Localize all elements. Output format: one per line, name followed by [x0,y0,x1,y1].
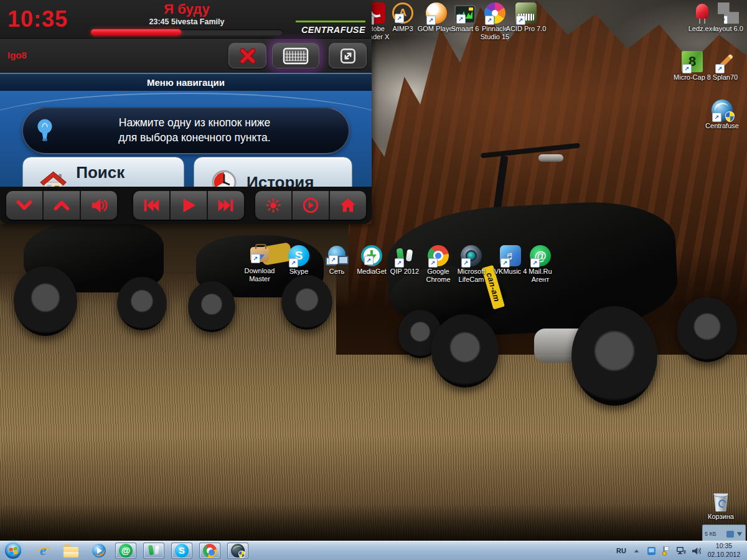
shortcut-arrow-icon: ↗ [456,14,466,24]
arrow-down-icon [736,531,743,538]
network-places-icon: ↗ [328,246,345,263]
desktop-icon-lifecam[interactable]: ↗ Microsoft LifeCam [451,245,492,284]
recycle-bin-icon [712,492,730,511]
play-button[interactable] [169,191,207,220]
network-icon [676,546,686,556]
desktop-icon-acid-pro[interactable]: ↗ ACID Pro 7.0 [505,2,547,33]
nav-menu-title: Меню навигации [0,74,372,91]
atv-wheel [431,314,499,388]
desktop-icon-layout[interactable]: ↗ layout 6.0 [708,2,747,33]
brightness-button[interactable] [255,191,291,220]
home-button[interactable] [329,191,366,220]
embedded-app-titlebar: Igo8 [0,39,372,73]
splan-icon: ↗ [715,51,736,72]
shortcut-arrow-icon: ↗ [516,16,525,25]
logo-green-line [296,21,365,22]
internet-explorer-icon: e [36,544,50,558]
taskbar: e @ S RU [0,541,747,560]
chevron-up-icon [53,197,70,214]
folder-icon [63,547,78,558]
volume-button[interactable] [80,191,117,220]
atv-wheel [281,275,332,330]
mailru-agent-icon: @↗ [530,245,551,266]
shortcut-arrow-icon: ↗ [500,258,510,268]
vkmusic-icon: ♬↗ [500,245,521,266]
skip-back-button[interactable] [133,191,169,220]
start-button[interactable] [5,543,21,559]
track-progress-bar[interactable] [91,29,283,35]
taskbar-skype[interactable]: S [171,543,192,559]
skip-forward-button[interactable] [207,191,244,220]
media-group-volume [6,191,117,220]
system-tray: RU [616,541,747,560]
shortcut-arrow-icon: ↗ [426,16,436,25]
centrafuse-logo: CENTRAFUSE [296,21,365,35]
clock-display: 10:35 [7,6,68,32]
chevron-up-icon [633,548,640,554]
taskbar-centrafuse[interactable] [227,543,248,559]
shortcut-arrow-icon: ↗ [251,254,260,263]
smaart-icon: ↗ [454,5,476,24]
desktop-screen: can-am ↗ Adobe Reader X A↗ AIMP3 ↗ GOM P… [0,0,747,560]
expand-icon [339,47,357,65]
desktop-icon-recycle-bin[interactable]: Корзина [700,490,741,521]
taskbar-qip[interactable] [143,543,164,559]
home-icon [339,197,357,214]
chrome-icon [203,544,217,558]
shortcut-arrow-icon: ↗ [428,258,438,268]
keyboard-button[interactable] [272,43,319,68]
history-clock-icon [210,169,238,187]
windows-flag-icon [9,546,17,554]
record-play-circle-icon [301,196,320,215]
volume-tray-icon[interactable] [691,546,701,556]
shortcut-arrow-icon: ↗ [682,64,692,73]
nav-tip-box: Нажмите одну из кнопок ниже для выбора к… [22,107,350,154]
record-button[interactable] [291,191,329,220]
desktop-icon-mailru-agent[interactable]: @↗ Mail.Ru Агент [520,245,561,284]
mailru-agent-icon: @ [119,544,133,558]
language-indicator[interactable]: RU [616,547,626,554]
desktop-icon-splan[interactable]: ↗ Splan70 [705,51,746,82]
centrafuse-icon [231,544,245,558]
shortcut-arrow-icon: ↗ [364,256,374,265]
desktop-icon-download-master[interactable]: ↗ Download Master [239,245,280,283]
shortcut-arrow-icon: ↗ [712,113,721,122]
gom-player-icon: ↗ [426,2,447,24]
brightness-icon [265,197,282,214]
taskbar-media-player[interactable] [88,543,110,559]
aimp3-icon: A↗ [392,2,413,24]
acid-pro-icon: ↗ [515,2,537,24]
close-button[interactable] [228,43,266,68]
desktop-icon-centrafuse[interactable]: ↗ Centrafuse [702,100,743,130]
taskbar-internet-explorer[interactable]: e [32,543,54,559]
tray-time-value: 10:35 [706,542,742,551]
media-group-transport [133,191,244,220]
qip-icon: ↗ [394,245,415,266]
shortcut-arrow-icon: ↗ [461,258,471,268]
shortcut-arrow-icon: ↗ [485,16,494,25]
centrafuse-window: 10:35 Я буду 23:45 5ivesta Family CENTRA… [0,0,372,224]
network-tray-icon[interactable] [676,546,686,556]
hidden-icons-button[interactable] [631,546,641,556]
action-center-flag[interactable] [661,546,671,556]
tray-date-value: 02.10.2012 [706,551,742,559]
taskbar-chrome[interactable] [199,543,220,559]
micro-cap-icon: 8↗ [682,51,703,72]
media-player-icon [92,544,106,558]
tray-app-icon[interactable] [646,546,656,556]
address-search-button[interactable]: Поиск адреса [22,157,184,187]
history-button[interactable]: История [194,157,352,187]
lifecam-icon: ↗ [461,245,482,266]
chevron-down-button[interactable] [6,191,42,220]
taskbar-mailru-agent[interactable]: @ [115,543,136,559]
expand-button[interactable] [329,43,367,68]
close-icon [238,47,257,65]
taskbar-windows-explorer[interactable] [60,543,82,559]
track-subtitle: 23:45 5ivesta Family [93,17,280,26]
desktop-icon-skype[interactable]: S↗ Skype [278,245,319,276]
mediaget-icon: ↗ [361,245,382,266]
tray-clock[interactable]: 10:35 02.10.2012 [706,542,742,559]
chevron-down-icon [16,197,33,214]
chevron-up-button[interactable] [42,191,80,220]
nav-tip-text: Нажмите одну из кнопок ниже для выбора к… [59,116,349,145]
